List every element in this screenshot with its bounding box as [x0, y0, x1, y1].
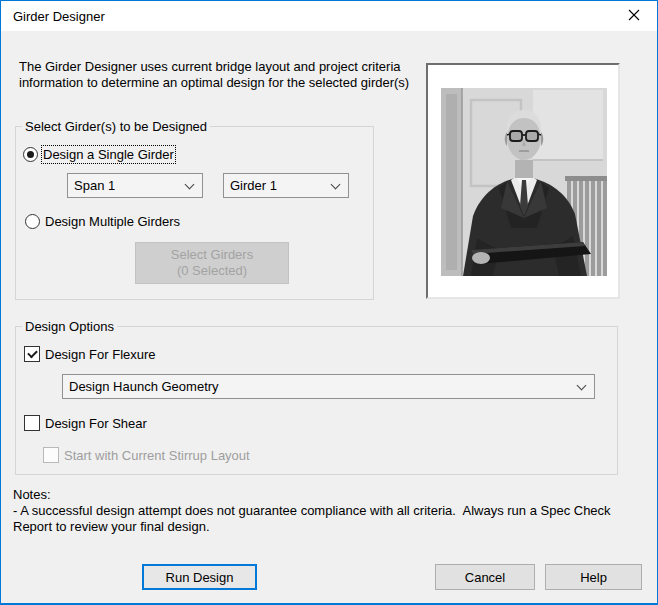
multiple-girders-radio[interactable] — [25, 214, 40, 229]
girder-designer-dialog: Girder Designer The Girder Designer uses… — [0, 0, 658, 605]
notes-line1: - A successful design attempt does not g… — [13, 503, 611, 519]
select-girders-button-line2: (0 Selected) — [177, 263, 247, 279]
single-girder-radio-row[interactable]: Design a Single Girder — [23, 147, 174, 162]
girder-select-group-title: Select Girder(s) to be Designed — [22, 119, 210, 134]
shear-checkbox[interactable] — [24, 415, 40, 431]
multiple-girders-radio-row[interactable]: Design Multiple Girders — [25, 214, 180, 229]
engineer-portrait-photo — [441, 88, 607, 276]
intro-text: The Girder Designer uses current bridge … — [19, 59, 427, 91]
single-girder-radio-label[interactable]: Design a Single Girder — [43, 147, 174, 162]
span-dropdown[interactable]: Span 1 — [67, 173, 203, 198]
chevron-down-icon — [185, 179, 195, 189]
close-icon — [628, 9, 640, 24]
haunch-dropdown-value: Design Haunch Geometry — [69, 379, 219, 394]
notes-line2: Report to review your final design. — [13, 519, 611, 535]
chevron-down-icon — [331, 179, 341, 189]
stirrup-checkbox-label[interactable]: Start with Current Stirrup Layout — [64, 448, 250, 463]
notes-block: Notes: - A successful design attempt doe… — [13, 487, 611, 535]
single-girder-radio[interactable] — [23, 147, 38, 162]
stirrup-checkbox[interactable] — [43, 447, 59, 463]
chevron-down-icon — [577, 380, 587, 390]
run-design-button[interactable]: Run Design — [142, 564, 257, 590]
select-girders-button-line1: Select Girders — [171, 247, 253, 263]
photo-frame — [426, 63, 620, 299]
cancel-button[interactable]: Cancel — [435, 564, 535, 590]
window-title: Girder Designer — [1, 9, 105, 24]
haunch-dropdown[interactable]: Design Haunch Geometry — [62, 374, 595, 399]
notes-heading: Notes: — [13, 487, 611, 503]
close-button[interactable] — [611, 1, 657, 31]
span-dropdown-value: Span 1 — [74, 178, 115, 193]
shear-checkbox-label[interactable]: Design For Shear — [45, 416, 147, 431]
flexure-checkbox-row[interactable]: Design For Flexure — [24, 346, 156, 362]
title-bar: Girder Designer — [1, 1, 657, 31]
select-girders-button[interactable]: Select Girders (0 Selected) — [135, 242, 289, 284]
flexure-checkbox-label[interactable]: Design For Flexure — [45, 347, 156, 362]
design-options-group-title: Design Options — [22, 319, 117, 334]
help-button[interactable]: Help — [545, 564, 642, 590]
stirrup-checkbox-row[interactable]: Start with Current Stirrup Layout — [43, 447, 250, 463]
girder-dropdown-value: Girder 1 — [230, 178, 277, 193]
flexure-checkbox[interactable] — [24, 346, 40, 362]
multiple-girders-radio-label[interactable]: Design Multiple Girders — [45, 214, 180, 229]
shear-checkbox-row[interactable]: Design For Shear — [24, 415, 147, 431]
girder-dropdown[interactable]: Girder 1 — [223, 173, 349, 198]
